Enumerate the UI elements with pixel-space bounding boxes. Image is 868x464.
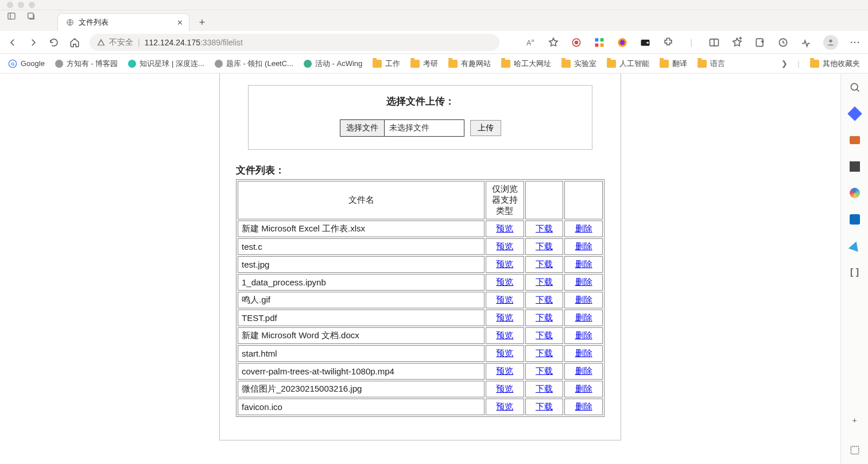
sidebar-toggle-icon[interactable]	[7, 11, 16, 21]
svg-rect-0	[8, 13, 15, 20]
back-button[interactable]	[7, 37, 18, 48]
svg-rect-5	[100, 44, 101, 44]
history-icon[interactable]	[777, 37, 789, 48]
wallet-icon[interactable]	[640, 37, 651, 48]
bookmark-label: 知识星球 | 深度连...	[140, 59, 204, 69]
url-text: 112.124.24.175:3389/filelist	[145, 38, 243, 47]
site-icon	[215, 60, 223, 68]
svg-rect-4	[100, 42, 101, 44]
split-screen-icon[interactable]	[708, 37, 720, 48]
svg-point-7	[575, 41, 578, 44]
svg-rect-11	[600, 43, 604, 47]
folder-icon	[373, 60, 382, 68]
folder-icon	[607, 60, 616, 68]
svg-rect-15	[647, 42, 649, 44]
bookmark-label: Google	[21, 59, 45, 68]
tab-title: 文件列表	[79, 17, 108, 28]
bookmark-item[interactable]: 题库 - 领扣 (LeetC...	[215, 59, 293, 69]
bookmark-item[interactable]: 有趣网站	[448, 59, 491, 69]
folder-icon	[448, 60, 458, 68]
warning-icon	[96, 38, 106, 47]
svg-text:G: G	[11, 61, 14, 66]
bookmarks-bar: GGoogle方知有 - 博客园知识星球 | 深度连...题库 - 领扣 (Le…	[0, 54, 868, 74]
bookmark-item[interactable]: 人工智能	[607, 59, 649, 69]
bookmark-label: 翻译	[672, 59, 687, 69]
bookmark-label: 方知有 - 博客园	[67, 59, 118, 69]
bookmark-label: 考研	[423, 59, 438, 69]
bookmark-label: 活动 - AcWing	[315, 59, 362, 69]
bookmark-label: 实验室	[574, 59, 596, 69]
folder-icon	[501, 60, 510, 68]
svg-rect-2	[28, 13, 33, 18]
favorites-icon[interactable]	[731, 37, 743, 48]
svg-rect-9	[600, 38, 604, 41]
favorite-star-icon[interactable]	[548, 37, 559, 48]
home-button[interactable]	[69, 37, 80, 48]
site-icon	[128, 60, 136, 68]
window-min-dot[interactable]	[18, 2, 24, 8]
not-secure-label: 不安全	[96, 37, 133, 48]
address-bar[interactable]: 不安全 | 112.124.24.175:3389/filelist	[90, 34, 499, 51]
svg-point-13	[620, 40, 625, 44]
firefox-icon[interactable]	[617, 37, 628, 48]
folder-icon	[660, 60, 669, 68]
bookmark-label: 语言	[710, 59, 725, 69]
bookmark-label: 题库 - 领扣 (LeetC...	[226, 59, 293, 69]
performance-icon[interactable]	[800, 37, 812, 48]
google-icon: G	[8, 59, 17, 68]
site-icon	[304, 60, 312, 68]
bookmark-item[interactable]: GGoogle	[8, 59, 45, 68]
folder-icon	[561, 60, 571, 68]
svg-rect-10	[595, 43, 599, 47]
new-tab-button[interactable]: +	[194, 17, 210, 31]
svg-rect-8	[595, 38, 599, 41]
forward-button[interactable]	[28, 37, 39, 48]
bookmark-label: 人工智能	[619, 59, 649, 69]
bookmark-item[interactable]: 翻译	[660, 59, 687, 69]
reload-button[interactable]	[48, 37, 60, 48]
tab-bar: 文件列表 ✕ +	[0, 10, 868, 31]
browser-tab[interactable]: 文件列表 ✕	[57, 13, 189, 31]
folder-icon	[810, 60, 819, 68]
window-close-dot[interactable]	[7, 2, 13, 8]
profile-avatar[interactable]	[823, 35, 838, 50]
addr-separator: |	[138, 38, 140, 47]
bookmark-item[interactable]: 考研	[410, 59, 438, 69]
bookmarks-overflow-icon[interactable]: ❯	[781, 59, 788, 68]
bookmark-label: 有趣网站	[461, 59, 491, 69]
globe-icon	[66, 18, 74, 26]
bookmark-item[interactable]: 工作	[373, 59, 400, 69]
reader-mode-icon[interactable]: A»	[525, 37, 536, 48]
other-bookmarks[interactable]: 其他收藏夹	[810, 59, 860, 69]
svg-rect-20	[756, 38, 763, 46]
bookmark-item[interactable]: 知识星球 | 深度连...	[128, 59, 204, 69]
shopping-icon[interactable]	[571, 37, 582, 48]
folder-icon	[698, 60, 707, 68]
folder-icon	[410, 60, 420, 68]
extension-icon[interactable]	[662, 37, 674, 48]
svg-point-24	[829, 39, 832, 42]
bookmark-item[interactable]: 活动 - AcWing	[304, 59, 362, 69]
tabs-overview-icon[interactable]	[26, 11, 36, 21]
bookmark-item[interactable]: 实验室	[561, 59, 596, 69]
bookmark-item[interactable]: 方知有 - 博客园	[55, 59, 118, 69]
site-icon	[55, 60, 63, 68]
collections-icon[interactable]	[754, 37, 766, 48]
more-menu-icon[interactable]: ···	[850, 37, 861, 48]
toolbar: 不安全 | 112.124.24.175:3389/filelist A» | …	[0, 31, 868, 54]
window-titlebar	[0, 0, 868, 10]
bookmark-item[interactable]: 哈工大网址	[501, 59, 551, 69]
bookmark-item[interactable]: 语言	[698, 59, 725, 69]
bookmark-label: 工作	[385, 59, 400, 69]
grid-apps-icon[interactable]	[594, 37, 605, 48]
close-tab-icon[interactable]: ✕	[177, 18, 183, 27]
bookmark-label: 哈工大网址	[514, 59, 551, 69]
window-max-dot[interactable]	[29, 2, 35, 8]
